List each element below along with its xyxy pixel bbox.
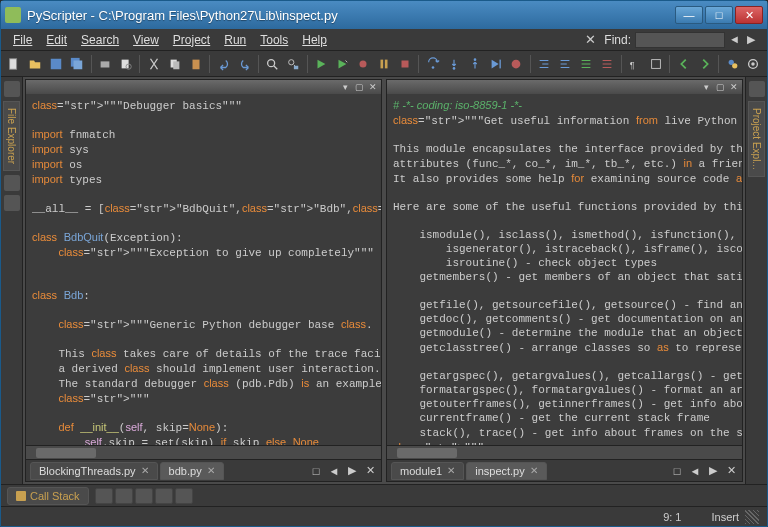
tab-prev-icon[interactable]: ◄ (327, 464, 341, 478)
save-all-button[interactable] (68, 54, 87, 74)
stop-button[interactable] (395, 54, 414, 74)
tab-close-icon[interactable]: ✕ (447, 465, 455, 476)
tab-next-icon[interactable]: ▶ (345, 464, 359, 478)
step-into-button[interactable] (444, 54, 463, 74)
tab-inspect[interactable]: inspect.py✕ (466, 462, 547, 480)
right-editor[interactable]: # -*- coding: iso-8859-1 -*- class="str"… (387, 94, 742, 445)
left-hscrollbar[interactable] (26, 445, 381, 459)
tab-blockingthreads[interactable]: BlockingThreads.py✕ (30, 462, 158, 480)
right-editor-pane: ▾ ▢ ✕ # -*- coding: iso-8859-1 -*- class… (386, 79, 743, 482)
project-explorer-tab[interactable]: Project Expl... (748, 101, 765, 177)
line-numbers-button[interactable]: ¶ (626, 54, 645, 74)
tab-list-icon[interactable]: □ (670, 464, 684, 478)
bottom-btn-1[interactable] (95, 488, 113, 504)
svg-rect-15 (385, 59, 388, 68)
bottom-btn-2[interactable] (115, 488, 133, 504)
indent-button[interactable] (535, 54, 554, 74)
menu-project[interactable]: Project (167, 31, 216, 49)
options-button[interactable] (744, 54, 763, 74)
bottom-btn-4[interactable] (155, 488, 173, 504)
copy-button[interactable] (165, 54, 184, 74)
right-sidebar: Project Expl... (745, 77, 767, 484)
menu-file[interactable]: File (7, 31, 38, 49)
nav-back-button[interactable] (674, 54, 693, 74)
tab-list-icon[interactable]: □ (309, 464, 323, 478)
pane-max-icon[interactable]: ▢ (354, 82, 364, 92)
tab-closeall-icon[interactable]: ✕ (363, 464, 377, 478)
call-stack-tab[interactable]: Call Stack (7, 487, 89, 505)
left-editor[interactable]: class="str">"""Debugger basics""" import… (26, 94, 381, 445)
pause-button[interactable] (375, 54, 394, 74)
dedent-button[interactable] (556, 54, 575, 74)
breakpoint-button[interactable] (507, 54, 526, 74)
find-close-icon[interactable]: ✕ (581, 32, 600, 47)
svg-rect-1 (51, 58, 62, 69)
step-out-button[interactable] (465, 54, 484, 74)
svg-point-13 (360, 60, 367, 67)
titlebar[interactable]: PyScripter - C:\Program Files\Python27\L… (1, 1, 767, 29)
sidebar-button-2[interactable] (4, 175, 20, 191)
run-config-button[interactable] (333, 54, 352, 74)
menu-run[interactable]: Run (218, 31, 252, 49)
special-chars-button[interactable] (646, 54, 665, 74)
menu-edit[interactable]: Edit (40, 31, 73, 49)
step-over-button[interactable] (423, 54, 442, 74)
cut-button[interactable] (144, 54, 163, 74)
menubar: File Edit Search View Project Run Tools … (1, 29, 767, 51)
window-title: PyScripter - C:\Program Files\Python27\L… (27, 8, 675, 23)
menu-view[interactable]: View (127, 31, 165, 49)
maximize-button[interactable]: □ (705, 6, 733, 24)
python-button[interactable] (723, 54, 742, 74)
tab-close-icon[interactable]: ✕ (207, 465, 215, 476)
print-preview-button[interactable] (117, 54, 136, 74)
svg-rect-20 (499, 59, 500, 68)
run-to-cursor-button[interactable] (486, 54, 505, 74)
file-explorer-tab[interactable]: File Explorer (3, 101, 20, 171)
pane-close-icon[interactable]: ✕ (729, 82, 739, 92)
replace-button[interactable] (284, 54, 303, 74)
resize-grip[interactable] (745, 510, 759, 524)
debug-button[interactable] (354, 54, 373, 74)
close-button[interactable]: ✕ (735, 6, 763, 24)
paste-button[interactable] (186, 54, 205, 74)
sidebar-button-1[interactable] (4, 81, 20, 97)
find-prev-icon[interactable]: ◄ (729, 33, 743, 47)
minimize-button[interactable]: — (675, 6, 703, 24)
menu-tools[interactable]: Tools (254, 31, 294, 49)
bottom-btn-3[interactable] (135, 488, 153, 504)
pane-dropdown-icon[interactable]: ▾ (701, 82, 711, 92)
redo-button[interactable] (235, 54, 254, 74)
sidebar-button-3[interactable] (4, 195, 20, 211)
uncomment-button[interactable] (598, 54, 617, 74)
tab-closeall-icon[interactable]: ✕ (724, 464, 738, 478)
right-hscrollbar[interactable] (387, 445, 742, 459)
pane-close-icon[interactable]: ✕ (368, 82, 378, 92)
open-file-button[interactable] (26, 54, 45, 74)
run-button[interactable] (312, 54, 331, 74)
tab-bdb[interactable]: bdb.py✕ (160, 462, 224, 480)
pane-max-icon[interactable]: ▢ (715, 82, 725, 92)
svg-point-18 (452, 67, 455, 70)
find-next-icon[interactable]: ▶ (747, 33, 761, 47)
bottom-bar: Call Stack (1, 484, 767, 506)
tab-module1[interactable]: module1✕ (391, 462, 464, 480)
pane-dropdown-icon[interactable]: ▾ (340, 82, 350, 92)
find-input[interactable] (635, 32, 725, 48)
save-button[interactable] (47, 54, 66, 74)
tab-close-icon[interactable]: ✕ (530, 465, 538, 476)
tab-prev-icon[interactable]: ◄ (688, 464, 702, 478)
nav-forward-button[interactable] (695, 54, 714, 74)
comment-button[interactable] (577, 54, 596, 74)
tab-next-icon[interactable]: ▶ (706, 464, 720, 478)
menu-search[interactable]: Search (75, 31, 125, 49)
find-button[interactable] (263, 54, 282, 74)
app-window: PyScripter - C:\Program Files\Python27\L… (0, 0, 768, 527)
menu-help[interactable]: Help (296, 31, 333, 49)
sidebar-button-r1[interactable] (749, 81, 765, 97)
tab-close-icon[interactable]: ✕ (141, 465, 149, 476)
undo-button[interactable] (214, 54, 233, 74)
bottom-btn-5[interactable] (175, 488, 193, 504)
print-button[interactable] (96, 54, 115, 74)
cursor-position: 9: 1 (663, 511, 681, 523)
new-file-button[interactable] (5, 54, 24, 74)
